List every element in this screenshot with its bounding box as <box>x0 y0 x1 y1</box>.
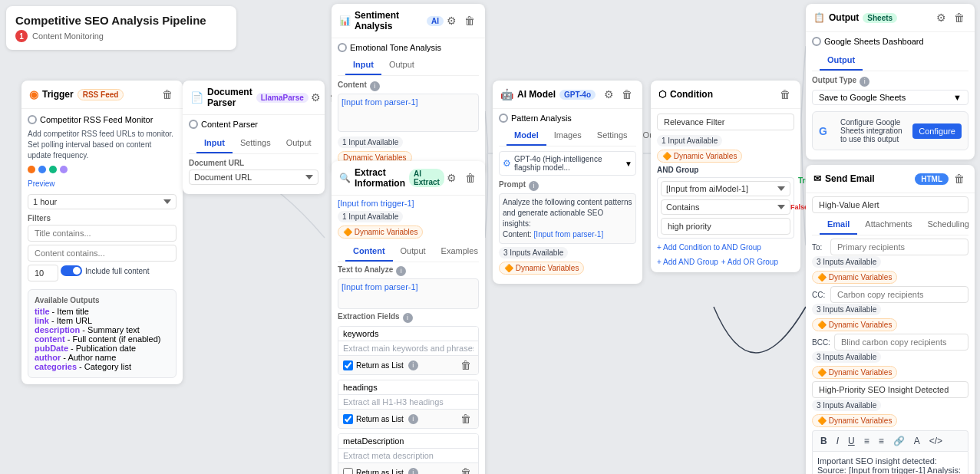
extract-settings-btn[interactable]: ⚙ <box>444 170 460 186</box>
count-input[interactable] <box>28 265 58 281</box>
to-dynamic-vars[interactable]: 🔶 Dynamic Variables <box>812 271 897 284</box>
interval-select[interactable]: 1 hour <box>28 194 177 209</box>
sentiment-delete-btn[interactable]: 🗑 <box>462 13 477 28</box>
add-condition-btn[interactable]: + Add Condition to AND Group <box>657 242 761 253</box>
tab-images[interactable]: Images <box>546 126 589 146</box>
cc-field-group: CC: 3 Inputs Available 🔶 Dynamic Variabl… <box>812 286 968 331</box>
content-info-icon[interactable]: i <box>370 81 380 91</box>
prompt-text: Analyze the following content patterns a… <box>499 193 636 244</box>
condition-name-input[interactable] <box>657 114 794 130</box>
tab-model[interactable]: Model <box>506 126 546 146</box>
field-info[interactable]: i <box>408 414 418 424</box>
italic-btn[interactable]: I <box>833 434 842 448</box>
email-body[interactable]: Important SEO insight detected: Source: … <box>812 451 968 474</box>
return-as-list-check[interactable] <box>343 414 353 424</box>
ol-btn[interactable]: ≡ <box>861 434 873 448</box>
prompt-info[interactable]: i <box>529 181 539 191</box>
trigger-delete-btn[interactable]: 🗑 <box>160 87 175 102</box>
tab-input[interactable]: Input <box>345 55 381 75</box>
subject-dynamic-vars[interactable]: 🔶 Dynamic Variables <box>812 414 897 427</box>
field-delete-btn[interactable]: 🗑 <box>458 465 474 474</box>
tab-content[interactable]: Content <box>345 242 393 262</box>
contains-value-input[interactable] <box>661 218 790 235</box>
bold-btn[interactable]: B <box>817 434 830 448</box>
tab-attachments[interactable]: Attachments <box>857 215 919 235</box>
ai-model-settings-btn[interactable]: ⚙ <box>601 87 616 102</box>
field-delete-btn[interactable]: 🗑 <box>458 357 474 373</box>
link-btn[interactable]: 🔗 <box>890 434 908 448</box>
extract-dynamic-vars[interactable]: 🔶 Dynamic Variables <box>338 225 423 239</box>
extract-header: 🔍 Extract Information AI Extract ⚙ 🗑 <box>332 161 485 196</box>
document-url-select[interactable]: Document URL <box>189 170 318 185</box>
extract-delete-btn[interactable]: 🗑 <box>463 170 478 186</box>
tab-settings[interactable]: Settings <box>589 126 635 146</box>
output-delete-btn[interactable]: 🗑 <box>952 10 967 25</box>
text-analyze-info[interactable]: i <box>396 266 406 276</box>
output-type-info[interactable]: i <box>860 77 869 87</box>
field-name-input[interactable] <box>338 380 478 395</box>
include-content-toggle[interactable] <box>61 265 82 276</box>
output-icon: 📋 <box>813 12 825 23</box>
tab-output[interactable]: Output <box>393 242 434 262</box>
tab-scheduling[interactable]: Scheduling <box>920 215 977 235</box>
ul-btn[interactable]: ≡ <box>876 434 887 448</box>
field-name-input[interactable] <box>338 434 478 449</box>
subject-input[interactable] <box>812 381 968 398</box>
output-settings-btn[interactable]: ⚙ <box>933 10 949 25</box>
condition-delete-btn[interactable]: 🗑 <box>777 87 793 102</box>
tab-email[interactable]: Email <box>820 215 857 235</box>
condition-field-select[interactable]: [Input from aiModel-1] <box>661 181 790 196</box>
to-input[interactable] <box>830 239 968 255</box>
output-badge: Sheets <box>863 13 897 23</box>
field-name-input[interactable] <box>338 327 478 341</box>
cc-dynamic-vars[interactable]: 🔶 Dynamic Variables <box>812 318 897 331</box>
configure-btn[interactable]: Configure <box>912 123 962 139</box>
field-info[interactable]: i <box>408 360 418 370</box>
preview-btn[interactable]: Preview <box>28 178 55 189</box>
content-filter-input[interactable] <box>28 245 177 262</box>
contains-select[interactable]: Contains <box>661 199 790 215</box>
field-desc-input[interactable] <box>338 449 478 463</box>
bcc-dynamic-vars[interactable]: 🔶 Dynamic Variables <box>812 366 897 379</box>
return-as-list-check[interactable] <box>343 360 353 370</box>
tab-output[interactable]: Output <box>279 133 319 153</box>
output-item: content - Full content (if enabled) <box>35 334 170 344</box>
field-desc-input[interactable] <box>338 341 478 356</box>
email-delete-btn[interactable]: 🗑 <box>952 171 967 186</box>
trigger-body: Competitor RSS Feed Monitor Add competit… <box>21 109 183 384</box>
title-filter-input[interactable] <box>28 225 177 242</box>
doc-parser-settings-btn[interactable]: ⚙ <box>309 90 324 105</box>
email-subject-input[interactable] <box>812 196 968 213</box>
ai-model-delete-btn[interactable]: 🗑 <box>619 87 635 102</box>
ai-icon: 🤖 <box>500 88 513 100</box>
field-info[interactable]: i <box>408 468 418 475</box>
condition-dynamic-vars[interactable]: 🔶 Dynamic Variables <box>657 150 742 163</box>
radio-dot <box>338 43 347 52</box>
tab-examples[interactable]: Examples <box>434 242 486 262</box>
return-as-list-check[interactable] <box>343 468 353 475</box>
condition-input-available: 1 Input Available <box>657 135 722 146</box>
tab-output[interactable]: Output <box>820 51 863 71</box>
code-btn[interactable]: </> <box>926 434 945 448</box>
cc-input[interactable] <box>830 286 968 303</box>
add-and-btn[interactable]: + Add AND Group <box>657 256 718 268</box>
underline-btn[interactable]: U <box>845 434 858 448</box>
tab-settings[interactable]: Settings <box>233 133 279 153</box>
bcc-input[interactable] <box>834 334 968 351</box>
sentiment-settings-btn[interactable]: ⚙ <box>444 13 459 28</box>
dot-orange <box>28 166 35 173</box>
text-btn[interactable]: A <box>911 434 923 448</box>
field-desc-input[interactable] <box>338 395 478 410</box>
trigger-header: ◉ Trigger RSS Feed 🗑 <box>21 81 183 109</box>
send-email-card: ✉ Send Email HTML 🗑 Email Attachments Sc… <box>806 165 975 474</box>
field-delete-btn[interactable]: 🗑 <box>458 411 474 426</box>
add-or-btn[interactable]: + Add OR Group <box>721 256 778 268</box>
fields-info[interactable]: i <box>403 313 413 323</box>
sentiment-content-box: [Input from parser-1] <box>338 94 479 132</box>
tab-output[interactable]: Output <box>381 55 422 75</box>
tab-input[interactable]: Input <box>196 133 233 153</box>
doc-parser-tabs: Input Settings Output <box>189 133 318 154</box>
extract-body: [Input from trigger-1] 1 Input Available… <box>332 196 485 474</box>
ai-dynamic-vars[interactable]: 🔶 Dynamic Variables <box>499 262 584 275</box>
html-toggle-btn[interactable]: HTML <box>915 173 949 185</box>
